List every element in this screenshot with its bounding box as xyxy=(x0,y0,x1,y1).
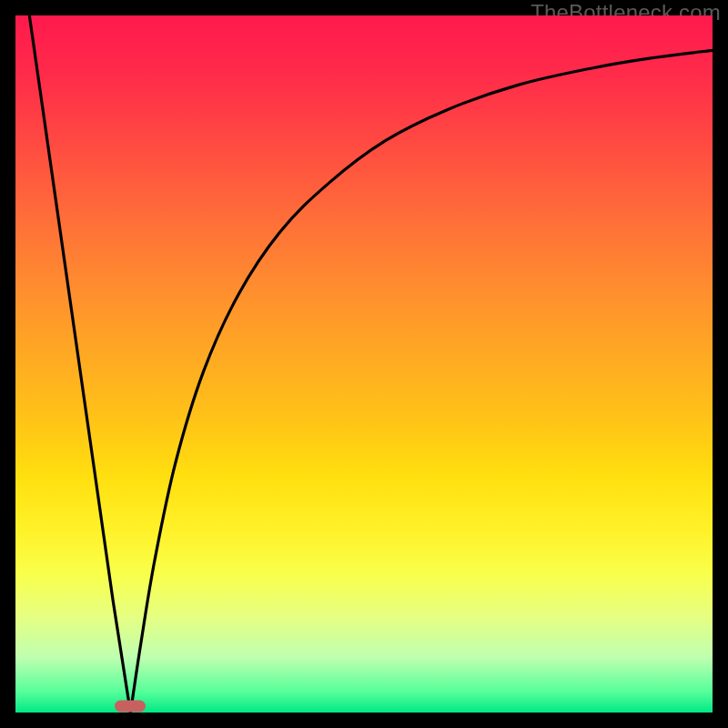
bottleneck-marker xyxy=(115,701,146,713)
chart-frame xyxy=(15,15,713,713)
curve-left-segment xyxy=(29,15,130,713)
chart-curve-layer xyxy=(15,15,713,713)
curve-right-segment xyxy=(130,50,713,713)
